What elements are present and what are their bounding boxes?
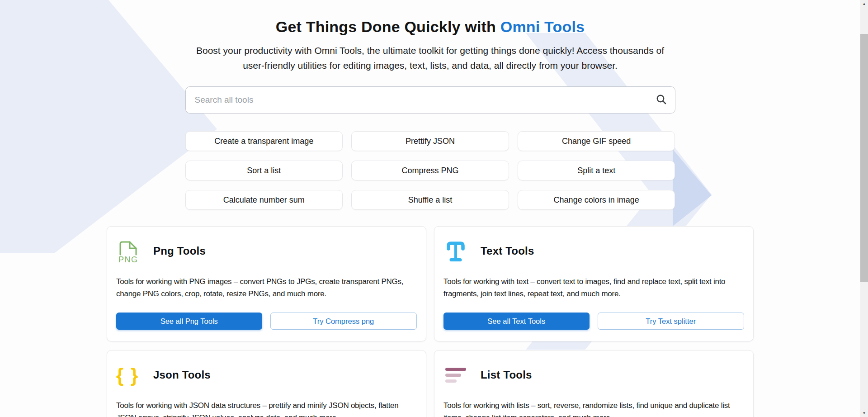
card-title: List Tools — [481, 369, 532, 381]
brand-link[interactable]: Omni Tools — [500, 18, 585, 35]
scroll-up-button[interactable]: ▲ — [860, 0, 868, 8]
svg-text:}: } — [131, 365, 138, 386]
card-actions: See all Text Tools Try Text splitter — [443, 313, 744, 330]
card-header: PNG Png Tools — [116, 238, 417, 264]
page-title-text: Get Things Done Quickly with — [276, 18, 500, 35]
card-description: Tools for working with PNG images – conv… — [116, 275, 417, 300]
quick-action-change-gif-speed[interactable]: Change GIF speed — [518, 131, 675, 151]
card-actions: See all Png Tools Try Compress png — [116, 313, 417, 330]
card-list-tools: List Tools Tools for working with lists … — [434, 350, 754, 417]
list-lines-icon — [443, 362, 468, 388]
try-compress-png-button[interactable]: Try Compress png — [270, 313, 417, 330]
search-button[interactable] — [655, 93, 668, 107]
try-text-splitter-button[interactable]: Try Text splitter — [598, 313, 745, 330]
card-title: Png Tools — [153, 245, 206, 257]
quick-action-shuffle-a-list[interactable]: Shuffle a list — [351, 190, 509, 210]
text-letter-icon — [443, 238, 468, 264]
scrollbar[interactable]: ▲ ▼ — [860, 0, 868, 417]
card-title: Text Tools — [481, 245, 534, 257]
quick-action-create-transparent-image[interactable]: Create a transparent image — [185, 131, 343, 151]
search-icon — [656, 94, 667, 107]
search-input[interactable] — [185, 86, 675, 114]
hero-subtitle: Boost your productivity with Omni Tools,… — [191, 43, 670, 73]
curly-braces-icon: { } — [116, 362, 141, 388]
see-all-png-tools-button[interactable]: See all Png Tools — [116, 313, 262, 330]
card-description: Tools for working with JSON data structu… — [116, 399, 417, 417]
search-bar — [185, 86, 675, 114]
page-content: Get Things Done Quickly with Omni Tools … — [0, 18, 860, 417]
svg-text:{: { — [116, 365, 123, 386]
quick-action-compress-png[interactable]: Compress PNG — [351, 161, 509, 180]
scrollbar-thumb[interactable] — [860, 34, 868, 282]
card-header: Text Tools — [443, 238, 744, 264]
tool-category-cards: PNG Png Tools Tools for working with PNG… — [107, 226, 754, 417]
quick-action-prettify-json[interactable]: Prettify JSON — [351, 131, 509, 151]
card-header: { } Json Tools — [116, 362, 417, 388]
page-title: Get Things Done Quickly with Omni Tools — [0, 18, 860, 36]
card-title: Json Tools — [153, 369, 211, 381]
card-text-tools: Text Tools Tools for working with text –… — [434, 226, 754, 341]
see-all-text-tools-button[interactable]: See all Text Tools — [443, 313, 590, 330]
card-json-tools: { } Json Tools Tools for working with JS… — [107, 350, 426, 417]
scroll-down-button[interactable]: ▼ — [860, 409, 868, 417]
png-file-icon: PNG — [116, 238, 141, 264]
quick-action-calculate-number-sum[interactable]: Calculate number sum — [185, 190, 343, 210]
svg-text:PNG: PNG — [118, 255, 138, 263]
quick-action-change-colors-in-image[interactable]: Change colors in image — [518, 190, 675, 210]
card-header: List Tools — [443, 362, 744, 388]
card-description: Tools for working with text – convert te… — [443, 275, 744, 300]
quick-action-sort-a-list[interactable]: Sort a list — [185, 161, 343, 180]
quick-actions-grid: Create a transparent image Prettify JSON… — [185, 131, 675, 210]
card-description: Tools for working with lists – sort, rev… — [443, 399, 744, 417]
quick-action-split-a-text[interactable]: Split a text — [518, 161, 675, 180]
card-png-tools: PNG Png Tools Tools for working with PNG… — [107, 226, 426, 341]
